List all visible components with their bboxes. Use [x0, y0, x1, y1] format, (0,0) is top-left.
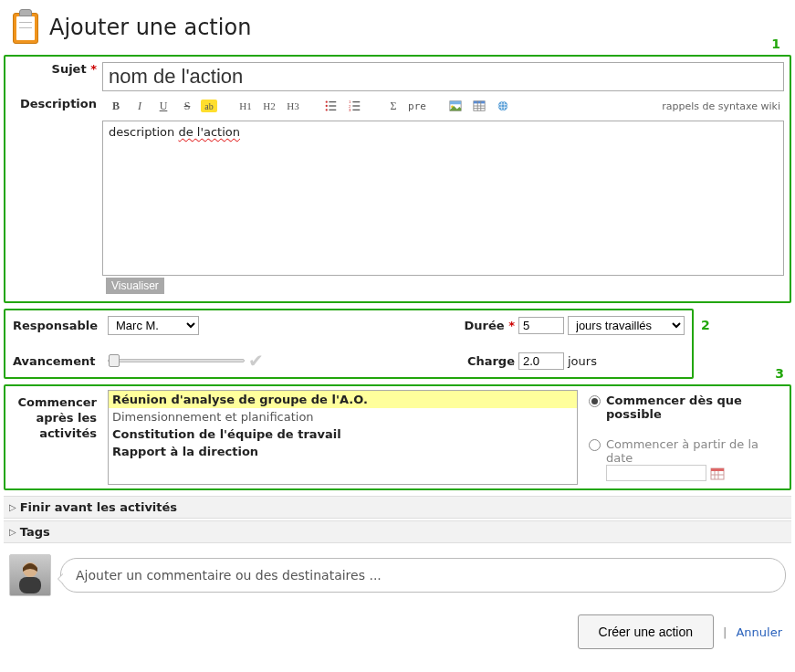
svg-point-4: [326, 105, 328, 107]
svg-point-3: [326, 100, 328, 102]
italic-button[interactable]: I: [130, 97, 150, 115]
description-label: Description: [5, 91, 102, 110]
duration-input[interactable]: [518, 317, 564, 334]
list-item[interactable]: Constitution de l'équipe de travail: [109, 425, 577, 443]
load-unit: jours: [568, 354, 685, 368]
chevron-right-icon: ▷: [9, 502, 16, 512]
section-number-1: 1: [771, 37, 780, 51]
svg-point-21: [498, 101, 508, 111]
strike-button[interactable]: S: [177, 97, 197, 115]
svg-rect-13: [450, 101, 461, 105]
section-main: 1 Sujet * Description B I U S ab H1 H2 H…: [4, 55, 791, 303]
start-from-date-option[interactable]: Commencer à partir de la date: [589, 437, 784, 481]
formula-button[interactable]: Σ: [383, 97, 403, 115]
section-number-2: 2: [701, 318, 710, 332]
progress-slider[interactable]: [108, 359, 245, 362]
load-input[interactable]: [518, 352, 564, 370]
svg-rect-16: [474, 101, 485, 104]
table-button[interactable]: [469, 97, 489, 115]
svg-rect-25: [711, 468, 724, 471]
page-header: Ajouter une action: [4, 4, 791, 55]
radio-icon[interactable]: [589, 439, 601, 451]
footer: Créer une action | Annuler: [4, 596, 791, 658]
visualize-button[interactable]: Visualiser: [106, 278, 164, 294]
cancel-link[interactable]: Annuler: [736, 625, 782, 639]
start-date-input[interactable]: [606, 465, 706, 481]
bulleted-list-button[interactable]: [321, 97, 341, 115]
clipboard-icon: [11, 9, 40, 46]
section-planning: Responsable Marc M. Durée * jours travai…: [4, 309, 694, 379]
progress-done-icon: ✔: [248, 350, 264, 372]
responsible-label: Responsable: [13, 319, 104, 332]
list-item[interactable]: Dimensionnement et planification: [109, 408, 577, 425]
pre-button[interactable]: pre: [407, 97, 427, 115]
subject-label: Sujet *: [5, 57, 102, 76]
list-item[interactable]: Rapport à la direction: [109, 443, 577, 460]
numbered-list-button[interactable]: 123: [345, 97, 365, 115]
start-after-label: Commencer après les activités: [11, 390, 102, 485]
create-action-button[interactable]: Créer une action: [578, 614, 715, 649]
highlight-button[interactable]: ab: [201, 100, 217, 112]
load-label: Charge: [467, 354, 515, 368]
svg-text:3: 3: [349, 108, 351, 112]
h3-button[interactable]: H3: [283, 97, 303, 115]
chevron-right-icon: ▷: [9, 527, 16, 537]
calendar-icon[interactable]: [710, 466, 725, 480]
comment-row: Ajouter un commentaire ou des destinatai…: [9, 554, 786, 596]
avatar: [9, 554, 51, 596]
editor-toolbar: B I U S ab H1 H2 H3 123 Σ pre: [102, 91, 790, 121]
image-button[interactable]: [445, 97, 465, 115]
h2-button[interactable]: H2: [259, 97, 279, 115]
page-title: Ajouter une action: [49, 15, 251, 40]
comment-input[interactable]: Ajouter un commentaire ou des destinatai…: [60, 558, 786, 593]
tags-section[interactable]: ▷ Tags: [4, 520, 791, 543]
list-item[interactable]: Réunion d'analyse de groupe de l'A.O.: [109, 391, 577, 408]
section-dependencies: 3 Commencer après les activités Réunion …: [4, 384, 791, 490]
finish-before-section[interactable]: ▷ Finir avant les activités: [4, 496, 791, 519]
activities-listbox[interactable]: Réunion d'analyse de groupe de l'A.O. Di…: [108, 390, 578, 485]
wiki-help-link[interactable]: rappels de syntaxe wiki: [662, 100, 790, 112]
svg-point-5: [326, 109, 328, 110]
bold-button[interactable]: B: [106, 97, 126, 115]
responsible-select[interactable]: Marc M.: [108, 316, 199, 335]
link-button[interactable]: [493, 97, 513, 115]
start-asap-option[interactable]: Commencer dès que possible: [589, 394, 784, 421]
duration-label: Durée *: [465, 319, 515, 332]
subject-input[interactable]: [102, 62, 784, 91]
section-number-3: 3: [775, 366, 784, 381]
progress-label: Avancement: [13, 354, 104, 368]
start-options: Commencer dès que possible Commencer à p…: [583, 390, 784, 485]
radio-icon[interactable]: [589, 395, 601, 407]
description-textarea[interactable]: description de l'action: [102, 121, 784, 276]
underline-button[interactable]: U: [153, 97, 173, 115]
h1-button[interactable]: H1: [235, 97, 256, 115]
duration-unit-select[interactable]: jours travaillés: [568, 316, 685, 335]
svg-rect-30: [19, 577, 41, 593]
